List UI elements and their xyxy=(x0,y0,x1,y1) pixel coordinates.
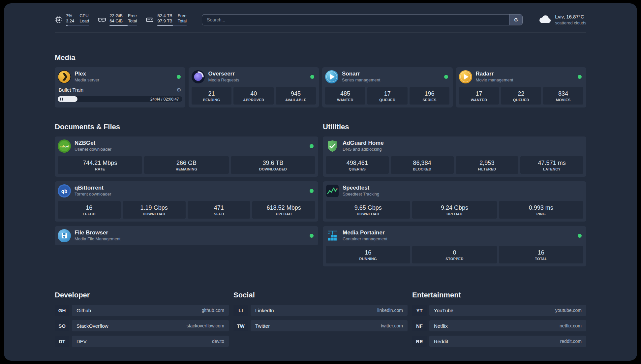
stat-label: SERIES xyxy=(411,98,448,102)
bookmark-name: StackOverflow xyxy=(76,323,108,329)
sonarr-card[interactable]: Sonarr Series management 485 WANTED 17 Q… xyxy=(322,67,453,107)
card-name: NZBGet xyxy=(75,140,111,146)
bookmark-url: youtube.com xyxy=(555,308,582,313)
card-description: Container management xyxy=(343,236,387,242)
stat-value: 471 xyxy=(189,204,249,211)
stat-label: APPROVED xyxy=(235,98,272,102)
status-dot xyxy=(578,234,582,238)
nzbget-card[interactable]: nzbget NZBGet Usenet downloader 74 xyxy=(55,136,318,177)
entertainment-section-title: Entertainment xyxy=(412,291,586,299)
stat-label: LATENCY xyxy=(522,167,582,171)
search-input[interactable] xyxy=(202,15,509,25)
bookmark-link-netflix[interactable]: Netflix netflix.com xyxy=(429,320,586,331)
documents-section: Documents & Files nzbget xyxy=(55,123,318,245)
stat-label: REMAINING xyxy=(145,167,227,171)
bookmark-name: YouTube xyxy=(434,308,453,313)
status-dot xyxy=(310,75,314,79)
qbittorrent-card[interactable]: qb qBittorrent Torrent downloader xyxy=(55,181,318,222)
bookmark-abbr: DT xyxy=(55,336,69,347)
card-description: DNS and adblocking xyxy=(343,146,384,152)
stat-value: 266 GB xyxy=(145,159,227,167)
card-name: qBittorrent xyxy=(75,185,111,191)
stat-label: TOTAL xyxy=(500,257,582,261)
stat-label: WANTED xyxy=(460,98,498,102)
playback-time: 24:44 / 02:06:47 xyxy=(150,97,179,102)
stat-value: 17 xyxy=(460,90,498,97)
status-dot xyxy=(578,75,582,79)
stat-value: 17 xyxy=(369,90,406,97)
stat-value: 40 xyxy=(235,90,272,97)
sonarr-icon xyxy=(325,70,338,83)
stat-value: 2,953 xyxy=(457,159,517,167)
portainer-card[interactable]: Media Portainer Container management 16 … xyxy=(323,226,586,266)
stat-label: AVAILABLE xyxy=(277,98,315,102)
plex-card[interactable]: Plex Media server Bullet Train ⚙ 24:44 /… xyxy=(55,67,185,107)
stat-label: WANTED xyxy=(326,98,364,102)
overseerr-icon xyxy=(192,70,205,83)
stat-label: SEED xyxy=(189,212,249,216)
bookmark-url: dev.to xyxy=(212,339,224,344)
disk-icon xyxy=(145,15,154,24)
cpu-load-value: 3.24 xyxy=(66,18,74,24)
search-engine-button[interactable]: G xyxy=(509,15,522,25)
developer-section: Developer GH Github github.com SO StackO… xyxy=(55,291,229,347)
overseerr-card[interactable]: Overseerr Media Requests 21 PENDING 40 A… xyxy=(189,67,319,107)
stat-value: 39.6 TB xyxy=(232,159,314,167)
speedtest-card[interactable]: Speedtest Speedtest Tracking 9.65 Gbps D… xyxy=(323,181,586,222)
bookmark-link-github[interactable]: Github github.com xyxy=(72,305,229,316)
bookmark-row: TW Twitter twitter.com xyxy=(233,320,408,331)
card-description: Media File Management xyxy=(75,236,120,242)
stat-label: UPLOAD xyxy=(254,212,314,216)
stat-tile: 47.571 ms LATENCY xyxy=(520,156,583,174)
stat-value: 945 xyxy=(277,90,315,97)
card-description: Media server xyxy=(75,77,99,83)
disk-total-value: 97.9 TB xyxy=(157,18,172,24)
svg-text:nzbget: nzbget xyxy=(60,145,69,148)
stat-value: 16 xyxy=(500,249,582,256)
stat-tile: 86,384 BLOCKED xyxy=(391,156,454,174)
ram-total-label: Total xyxy=(128,18,137,24)
stat-tile: 196 SERIES xyxy=(410,87,450,105)
stat-label: PENDING xyxy=(193,98,230,102)
adguard-card[interactable]: AdGuard Home DNS and adblocking 498,461 … xyxy=(323,136,586,177)
stat-label: RATE xyxy=(59,167,141,171)
cpu-meter xyxy=(66,25,89,26)
stat-tile: 9.65 Gbps DOWNLOAD xyxy=(326,201,410,219)
stat-label: STOPPED xyxy=(413,257,495,261)
playback-progress-bar[interactable]: 24:44 / 02:06:47 xyxy=(58,96,182,102)
bookmark-link-youtube[interactable]: YouTube youtube.com xyxy=(429,305,586,316)
stat-tile: 17 QUEUED xyxy=(367,87,408,105)
bookmark-abbr: YT xyxy=(412,305,427,316)
bookmark-link-stackoverflow[interactable]: StackOverflow stackoverflow.com xyxy=(72,320,229,331)
bookmark-abbr: TW xyxy=(233,320,248,331)
card-name: Speedtest xyxy=(343,185,379,191)
bookmark-abbr: NF xyxy=(412,320,427,331)
disk-stat: 52.4 TB 97.9 TB Free Total xyxy=(145,13,187,26)
stat-label: FILTERED xyxy=(457,167,517,171)
pause-icon[interactable] xyxy=(60,98,63,101)
gear-icon[interactable]: ⚙ xyxy=(176,87,181,93)
stat-value: 834 xyxy=(544,90,582,97)
stat-tile: 22 QUEUED xyxy=(501,87,541,105)
bookmark-link-dev[interactable]: DEV dev.to xyxy=(72,336,229,347)
stat-tile: 0.993 ms PING xyxy=(499,201,583,219)
stat-tile: 40 APPROVED xyxy=(233,87,274,105)
bookmark-link-twitter[interactable]: Twitter twitter.com xyxy=(251,320,408,331)
filebrowser-card[interactable]: File Browser Media File Management xyxy=(55,226,318,245)
weather-widget[interactable]: Lviv, 16.87°C scattered clouds xyxy=(538,14,586,26)
stat-tile: 2,953 FILTERED xyxy=(456,156,519,174)
radarr-card[interactable]: Radarr Movie management 17 WANTED 22 QUE… xyxy=(456,67,587,107)
stat-value: 744.21 Mbps xyxy=(59,159,141,167)
stat-tile: 21 PENDING xyxy=(192,87,232,105)
bookmark-link-reddit[interactable]: Reddit reddit.com xyxy=(429,336,586,347)
cpu-meter-fill xyxy=(66,25,68,26)
plex-icon xyxy=(58,70,71,83)
stat-value: 21 xyxy=(193,90,230,97)
stat-tile: 498,461 QUERIES xyxy=(326,156,389,174)
ram-free-value: 22 GiB xyxy=(109,13,123,18)
social-section-title: Social xyxy=(233,291,408,299)
card-name: Plex xyxy=(75,71,99,77)
stat-tile: 16 RUNNING xyxy=(326,246,410,263)
bookmark-row: YT YouTube youtube.com xyxy=(412,305,586,316)
bookmark-link-linkedin[interactable]: LinkedIn linkedin.com xyxy=(251,305,408,316)
